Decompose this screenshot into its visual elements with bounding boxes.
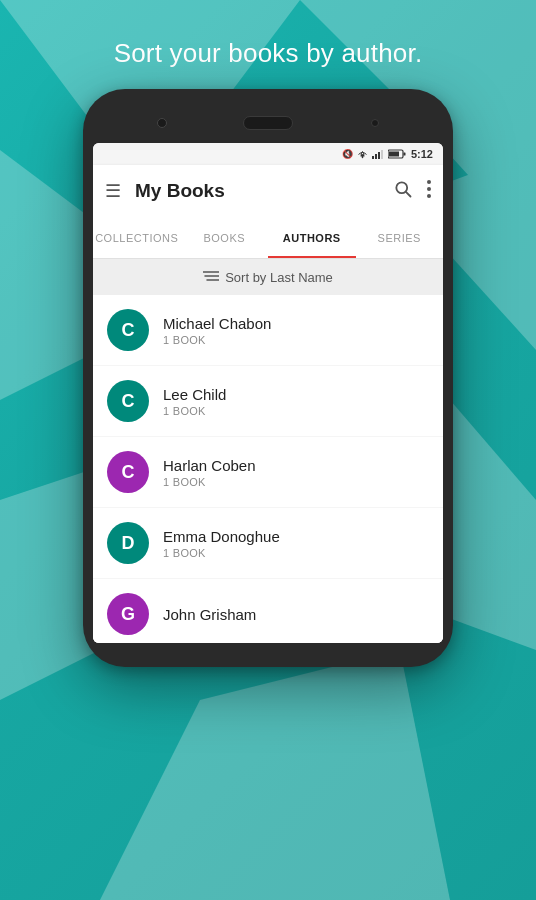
status-bar: 🔇 [93,143,443,165]
author-info: Emma Donoghue 1 BOOK [163,528,280,559]
more-options-icon[interactable] [427,180,431,203]
avatar: C [107,451,149,493]
mute-icon: 🔇 [342,149,353,159]
speaker [243,116,293,130]
author-info: Michael Chabon 1 BOOK [163,315,271,346]
author-list: C Michael Chabon 1 BOOK C Lee Child 1 BO… [93,295,443,643]
avatar: C [107,380,149,422]
hamburger-icon[interactable]: ☰ [105,182,121,200]
tab-series[interactable]: SERIES [356,217,444,258]
wifi-icon [356,149,369,159]
svg-line-17 [406,191,411,196]
author-item[interactable]: C Harlan Coben 1 BOOK [93,437,443,507]
author-count: 1 BOOK [163,334,271,346]
author-count: 1 BOOK [163,547,280,559]
battery-icon [388,149,406,159]
camera [157,118,167,128]
tab-collections[interactable]: COLLECTIONS [93,217,181,258]
svg-point-20 [427,194,431,198]
svg-rect-12 [381,150,383,159]
author-name: Emma Donoghue [163,528,280,545]
author-name: Harlan Coben [163,457,256,474]
app-bar: ☰ My Books [93,165,443,217]
sort-icon [203,269,219,285]
phone-shell: 🔇 [83,89,453,667]
search-icon[interactable] [393,179,413,204]
svg-rect-11 [378,152,380,159]
author-count: 1 BOOK [163,476,256,488]
tab-authors[interactable]: AUTHORS [268,217,356,258]
avatar: C [107,309,149,351]
svg-point-18 [427,180,431,184]
author-count: 1 BOOK [163,405,226,417]
svg-marker-7 [100,650,450,900]
avatar-initial: D [122,533,135,554]
avatar-initial: C [122,462,135,483]
author-item[interactable]: C Michael Chabon 1 BOOK [93,295,443,365]
phone-screen: 🔇 [93,143,443,643]
sort-label: Sort by Last Name [225,270,333,285]
status-time: 5:12 [411,148,433,160]
svg-rect-15 [403,153,405,156]
app-bar-actions [393,179,431,204]
author-item[interactable]: G John Grisham [93,579,443,643]
tabs: COLLECTIONS BOOKS AUTHORS SERIES [93,217,443,259]
svg-point-8 [362,157,364,159]
phone-bottom [93,643,443,657]
app-title: My Books [135,180,393,202]
author-info: Harlan Coben 1 BOOK [163,457,256,488]
svg-rect-14 [389,152,399,157]
author-name: John Grisham [163,606,256,623]
status-icons: 🔇 [342,148,433,160]
sensor [371,119,379,127]
author-info: Lee Child 1 BOOK [163,386,226,417]
avatar-initial: C [122,391,135,412]
avatar-initial: G [121,604,135,625]
signal-icon [372,149,385,159]
avatar: G [107,593,149,635]
author-name: Lee Child [163,386,226,403]
avatar-initial: C [122,320,135,341]
tab-books[interactable]: BOOKS [181,217,269,258]
svg-rect-10 [375,154,377,159]
author-info: John Grisham [163,606,256,623]
svg-rect-9 [372,156,374,159]
author-name: Michael Chabon [163,315,271,332]
author-item[interactable]: D Emma Donoghue 1 BOOK [93,508,443,578]
svg-point-19 [427,187,431,191]
avatar: D [107,522,149,564]
tagline: Sort your books by author. [114,38,423,69]
phone-top [93,107,443,139]
sort-bar[interactable]: Sort by Last Name [93,259,443,295]
author-item[interactable]: C Lee Child 1 BOOK [93,366,443,436]
